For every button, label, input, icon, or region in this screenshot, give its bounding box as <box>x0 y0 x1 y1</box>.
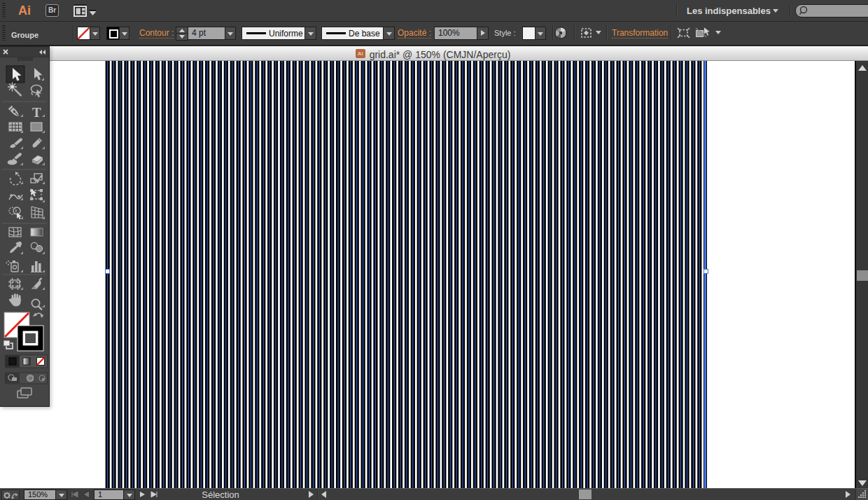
svg-text:T: T <box>32 105 41 120</box>
